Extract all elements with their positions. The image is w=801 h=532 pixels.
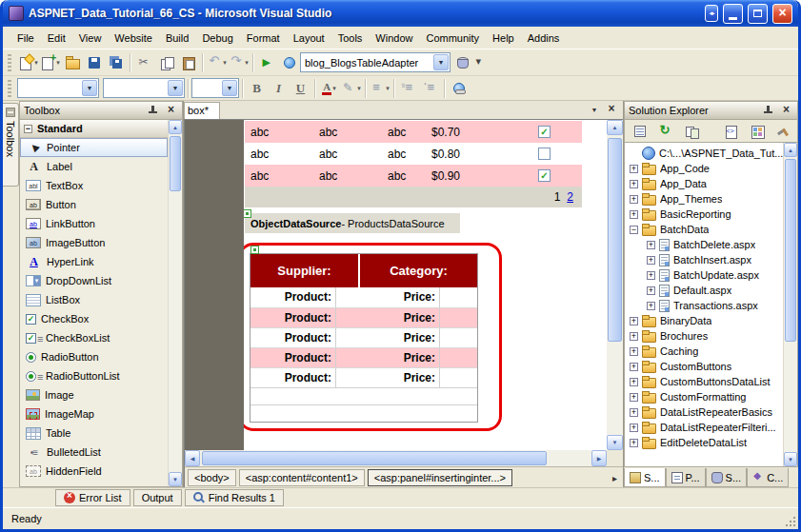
pager-page-2-link[interactable]: 2 (567, 190, 573, 204)
toolbox-item-bulletedlist[interactable]: BulletedList (20, 443, 168, 462)
toolbox-item-hiddenfield[interactable]: HiddenField (20, 462, 168, 481)
scroll-track[interactable] (169, 134, 182, 472)
toolbox-item-linkbutton[interactable]: LinkButton (20, 214, 168, 233)
save-button[interactable] (83, 52, 105, 73)
chevron-down-icon[interactable]: ▼ (168, 80, 183, 96)
scroll-up-icon[interactable] (169, 120, 182, 134)
chevron-down-icon[interactable]: ▼ (222, 80, 237, 96)
menu-view[interactable]: View (72, 29, 109, 48)
tab-find-results[interactable]: Find Results 1 (185, 489, 284, 506)
toolbar-options-button[interactable] (472, 52, 494, 73)
chevron-down-icon[interactable]: ▼ (82, 80, 97, 96)
tree-item-batchdata[interactable]: BatchData (625, 222, 783, 237)
toolbox-header[interactable]: Toolbox (19, 101, 183, 120)
menu-help[interactable]: Help (486, 29, 521, 48)
titlebar[interactable]: ASPNET_Data_Tutorial_66_CS - Microsoft V… (3, 0, 798, 27)
scroll-thumb[interactable] (785, 159, 796, 342)
toolbox-item-listbox[interactable]: ListBox (20, 290, 168, 309)
scroll-down-icon[interactable] (784, 452, 797, 466)
menu-file[interactable]: File (10, 29, 41, 48)
scroll-up-icon[interactable] (784, 143, 797, 157)
design-horizontal-scrollbar[interactable]: ◀ ▶ (185, 450, 607, 466)
redo-button[interactable]: ▾ (228, 52, 250, 73)
scroll-track[interactable] (200, 450, 591, 466)
restore-button[interactable] (748, 4, 768, 24)
pin-icon[interactable] (146, 104, 160, 117)
expand-icon[interactable] (647, 241, 655, 249)
scroll-up-icon[interactable] (607, 120, 623, 135)
toolbox-item-checkbox[interactable]: CheckBox (20, 309, 168, 328)
close-button[interactable] (772, 4, 792, 24)
design-vertical-scrollbar[interactable] (607, 120, 623, 450)
data-source-button[interactable] (451, 52, 472, 73)
target-rule-combo[interactable]: ▼ (17, 78, 99, 98)
expand-icon[interactable] (630, 210, 638, 219)
numbered-list-button[interactable] (397, 78, 419, 99)
toolbar-grip[interactable] (8, 54, 11, 71)
menu-addins[interactable]: Addins (521, 29, 567, 48)
tree-item-caching[interactable]: Caching (625, 344, 783, 359)
expand-icon[interactable] (647, 271, 655, 280)
tab-solution-explorer[interactable]: S... (624, 468, 666, 487)
toolbox-item-imagemap[interactable]: ImageMap (20, 404, 168, 424)
toolbox-item-label[interactable]: Label (20, 157, 168, 176)
hyperlink-button[interactable] (448, 78, 470, 99)
refresh-button[interactable] (654, 121, 676, 142)
scroll-track[interactable] (784, 157, 797, 452)
expand-icon[interactable] (630, 439, 638, 447)
menu-tools[interactable]: Tools (331, 29, 370, 48)
inserting-interface-table[interactable]: Supplier: Category: Product: Price: (250, 253, 478, 423)
nest-related-files-button[interactable] (680, 121, 702, 142)
start-debug-button[interactable] (256, 52, 278, 73)
tree-item-app-data[interactable]: App_Data (625, 176, 783, 191)
toolbox-autohide-tab[interactable]: Toolbox (3, 103, 19, 187)
tree-item-batchdelete[interactable]: BatchDelete.aspx (625, 237, 783, 252)
menu-format[interactable]: Format (240, 29, 287, 48)
tab-output[interactable]: Output (133, 489, 182, 506)
tree-item-default[interactable]: Default.aspx (625, 283, 783, 298)
tag-asp-content[interactable]: <asp:content#content1> (239, 469, 365, 486)
smart-tag-icon[interactable] (244, 209, 251, 218)
window-divider-button[interactable] (705, 5, 718, 22)
document-close-icon[interactable] (605, 103, 618, 116)
copy-button[interactable] (155, 52, 177, 73)
scroll-down-icon[interactable] (169, 472, 182, 486)
scroll-down-icon[interactable] (607, 435, 623, 450)
toolbox-item-radiobutton[interactable]: RadioButton (20, 347, 168, 366)
tree-item-binarydata[interactable]: BinaryData (625, 313, 783, 328)
tree-item-app-themes[interactable]: App_Themes (625, 191, 783, 207)
foreground-color-button[interactable]: A▾ (318, 78, 340, 99)
solution-explorer-header[interactable]: Solution Explorer (624, 101, 798, 120)
document-tab[interactable]: box* (184, 102, 220, 119)
collapse-icon[interactable] (24, 125, 32, 133)
products-gridview[interactable]: abc abc abc $0.70 ✓ abc abc abc (245, 121, 582, 207)
close-icon[interactable] (779, 104, 793, 117)
tree-item-datalistrepeaterfiltering[interactable]: DataListRepeaterFilteri... (625, 420, 783, 435)
expand-icon[interactable] (630, 363, 638, 371)
font-size-combo[interactable]: ▼ (191, 78, 239, 98)
view-in-browser-button[interactable] (278, 52, 300, 73)
tree-item-editdeletedatalist[interactable]: EditDeleteDataList (625, 435, 783, 450)
toolbox-item-checkboxlist[interactable]: CheckBoxList (20, 328, 168, 347)
expand-icon[interactable] (630, 393, 638, 402)
aspnet-configuration-button[interactable] (771, 121, 793, 142)
scroll-right-icon[interactable]: ▶ (591, 450, 607, 466)
expand-icon[interactable] (647, 256, 655, 265)
expand-icon[interactable] (647, 302, 655, 310)
expand-icon[interactable] (630, 408, 638, 417)
view-code-button[interactable] (720, 121, 742, 142)
expand-icon[interactable] (630, 332, 638, 341)
toolbox-scrollbar[interactable] (168, 120, 182, 486)
tab-properties[interactable]: P... (666, 468, 706, 487)
expand-icon[interactable] (630, 424, 638, 432)
menu-window[interactable]: Window (369, 29, 419, 48)
toolbox-group-standard[interactable]: Standard (20, 120, 168, 138)
tree-item-basicreporting[interactable]: BasicReporting (625, 207, 783, 222)
expand-icon[interactable] (630, 347, 638, 356)
row-checkbox[interactable]: ✓ (538, 169, 551, 182)
toolbox-item-imagebutton[interactable]: ImageButton (20, 233, 168, 252)
bulleted-list-button[interactable] (419, 78, 441, 99)
highlight-button[interactable]: ▾ (340, 78, 362, 99)
tab-error-list[interactable]: Error List (55, 489, 130, 506)
toolbox-item-textbox[interactable]: TextBox (20, 176, 168, 195)
